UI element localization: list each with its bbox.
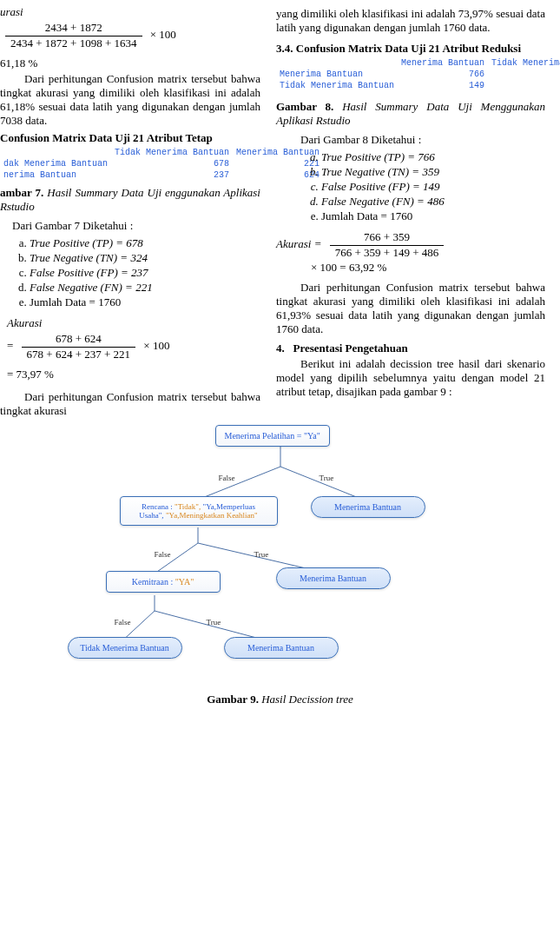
formula-3: Akurasi = 766 + 359 766 + 359 + 149 + 48… bbox=[276, 230, 545, 275]
heading-cm-tetap: Confusion Matrix Data Uji 21 Atribut Tet… bbox=[0, 131, 260, 145]
leaf-mb-3-label: Menerima Bantuan bbox=[247, 643, 314, 653]
t8-h1: Menerima Bantuan bbox=[398, 57, 488, 69]
fig9-txt: Hasil Decission tree bbox=[259, 693, 353, 706]
paragraph-right-1: yang dimiliki oleh klasifikasi ini adala… bbox=[276, 7, 545, 35]
akurasi-heading-1: urasi bbox=[0, 5, 260, 19]
f2-numerator: 678 + 624 bbox=[22, 332, 136, 348]
t8-r1c2: 48 bbox=[488, 69, 560, 80]
t8-r2c0: Tidak Menerima Bantuan bbox=[276, 80, 398, 91]
edge-false-1: False bbox=[219, 474, 235, 482]
g8-c: False Positive (FP) = 149 bbox=[321, 180, 545, 194]
edge-false-2: False bbox=[155, 550, 171, 559]
sec-3-4-title: Confusion Matrix Data Uji 21 Atribut Red… bbox=[296, 42, 521, 55]
t7-r2c0: nerima Bantuan bbox=[0, 169, 111, 181]
f3-denominator: 766 + 359 + 149 + 486 bbox=[330, 246, 445, 261]
edge-true-3: True bbox=[207, 618, 221, 627]
svg-line-2 bbox=[280, 467, 363, 500]
tree-node-kemitraan: Kemitraan : "YA" bbox=[106, 571, 221, 593]
f2-result: = 73,97 % bbox=[7, 368, 260, 381]
g7-e: Jumlah Data = 1760 bbox=[30, 295, 260, 309]
leaf-tmb-label: Tidak Menerima Bantuan bbox=[80, 643, 168, 653]
t8-r2c1: 149 bbox=[398, 80, 488, 91]
tree-root: Menerima Pelatihan = "Ya" bbox=[215, 425, 330, 447]
fig9-num: Gambar 9. bbox=[207, 693, 259, 706]
leaf-mb-1: Menerima Bantuan bbox=[311, 496, 425, 518]
decision-tree: Menerima Pelatihan = "Ya" False True Ren… bbox=[102, 421, 458, 691]
g7-b: True Negative (TN) = 324 bbox=[30, 251, 260, 265]
sec-3-4-num: 3.4. bbox=[276, 42, 293, 55]
g8-d: False Negative (FN) = 486 bbox=[321, 195, 545, 209]
paragraph-left-2: Dari perhitungan Confusion matrix terseb… bbox=[0, 390, 260, 418]
f3-tail: × 100 = 63,92 % bbox=[311, 261, 545, 275]
leaf-mb-3: Menerima Bantuan bbox=[224, 637, 339, 659]
f1-numerator: 2434 + 1872 bbox=[5, 21, 142, 36]
leaf-mb-2-label: Menerima Bantuan bbox=[300, 574, 366, 583]
formula-1: 2434 + 1872 2434 + 1872 + 1098 + 1634 × … bbox=[0, 21, 260, 51]
f1-denominator: 2434 + 1872 + 1098 + 1634 bbox=[5, 36, 142, 51]
tree-root-label: Menerima Pelatihan = "Ya" bbox=[225, 431, 320, 441]
akurasi-heading-2: Akurasi bbox=[7, 316, 260, 330]
rencana-pre: Rencana : bbox=[142, 502, 173, 511]
paragraph-right-3: Berikut ini adalah decission tree hasil … bbox=[276, 357, 545, 399]
caption-gambar8: Gambar 8. Hasil Summary Data Uji Menggun… bbox=[276, 100, 545, 128]
f1-result: 61,18 % bbox=[0, 56, 260, 70]
sec-4-title: Presentasi Pengetahuan bbox=[293, 342, 408, 355]
t7-h1: Tidak Menerima Bantuan bbox=[111, 147, 233, 158]
t8-r2c2: 3 bbox=[488, 80, 560, 91]
gambar8-known: Dari Gambar 8 Diketahui : bbox=[300, 133, 545, 147]
caption-gambar9: Gambar 9. Hasil Decission tree bbox=[0, 693, 560, 706]
t8-h2: Tidak Menerima Bantua bbox=[488, 57, 560, 69]
caption-gambar7: ambar 7. Hasil Summary Data Uji enggunak… bbox=[0, 186, 260, 214]
g8-e: Jumlah Data = 1760 bbox=[321, 209, 545, 223]
paragraph-right-2: Dari perhitungan Confusion matrix terseb… bbox=[276, 281, 545, 336]
fig7-num: ambar 7. bbox=[0, 186, 43, 199]
f2-eq: = bbox=[7, 339, 13, 352]
leaf-tmb: Tidak Menerima Bantuan bbox=[68, 637, 182, 659]
kemitraan-pre: Kemitraan : bbox=[132, 577, 175, 587]
list-gambar8: True Positive (TP) = 766 True Negative (… bbox=[281, 150, 545, 223]
fig8-num: Gambar 8. bbox=[276, 100, 333, 113]
edge-true-1: True bbox=[320, 474, 334, 482]
f1-tail: × 100 bbox=[150, 28, 176, 41]
kemitraan-q: "YA" bbox=[175, 577, 194, 587]
tree-node-rencana: Rencana : "Tidak", "Ya,Memperluas Usaha"… bbox=[120, 496, 278, 526]
edge-false-3: False bbox=[115, 618, 131, 627]
g7-d-txt: False Negative (FN) = 221 bbox=[30, 281, 153, 294]
g7-e-txt: Jumlah Data = 1760 bbox=[30, 295, 121, 308]
t8-r1c1: 766 bbox=[398, 69, 488, 80]
table-gambar8: Menerima Bantuan Tidak Menerima Bantua M… bbox=[276, 57, 560, 91]
list-gambar7: True Positive (TP) = 678 True Negative (… bbox=[5, 236, 260, 309]
f2-tail: × 100 bbox=[143, 339, 169, 352]
t7-r1c1: 678 bbox=[111, 158, 233, 169]
leaf-mb-2: Menerima Bantuan bbox=[276, 567, 391, 589]
leaf-mb-1-label: Menerima Bantuan bbox=[334, 502, 401, 512]
rencana-q1: "Tidak", bbox=[175, 502, 201, 511]
paragraph-left-1: Dari perhitungan Confusion matrix terseb… bbox=[0, 72, 260, 128]
g7-c-txt: False Positive (FP) = 237 bbox=[30, 266, 148, 279]
akurasi-word-3: Akurasi = bbox=[276, 237, 321, 250]
svg-line-1 bbox=[198, 467, 280, 500]
gambar7-known: Dari Gambar 7 Diketahui : bbox=[12, 219, 260, 233]
g7-a: True Positive (TP) = 678 bbox=[30, 236, 260, 250]
g8-a: True Positive (TP) = 766 bbox=[321, 150, 545, 164]
rencana-q2: "Ya,Meningkatkan Keahlian" bbox=[166, 511, 258, 520]
g8-b: True Negative (TN) = 359 bbox=[321, 165, 545, 179]
g7-c: False Positive (FP) = 237 bbox=[30, 266, 260, 280]
g7-b-txt: True Negative (TN) = 324 bbox=[30, 251, 148, 264]
f3-numerator: 766 + 359 bbox=[330, 230, 445, 246]
formula-2: = 678 + 624 678 + 624 + 237 + 221 × 100 bbox=[7, 332, 260, 362]
table-gambar7: Tidak Menerima Bantuan Menerima Bantuan … bbox=[0, 147, 323, 181]
g7-d: False Negative (FN) = 221 bbox=[30, 281, 260, 295]
t7-r1c0: dak Menerima Bantuan bbox=[0, 158, 111, 169]
sec-4-num: 4. bbox=[276, 342, 285, 355]
t7-r2c1: 237 bbox=[111, 169, 233, 181]
t8-r1c0: Menerima Bantuan bbox=[276, 69, 398, 80]
edge-true-2: True bbox=[254, 550, 269, 559]
f2-denominator: 678 + 624 + 237 + 221 bbox=[22, 348, 136, 362]
g7-a-txt: True Positive (TP) = 678 bbox=[30, 236, 143, 249]
